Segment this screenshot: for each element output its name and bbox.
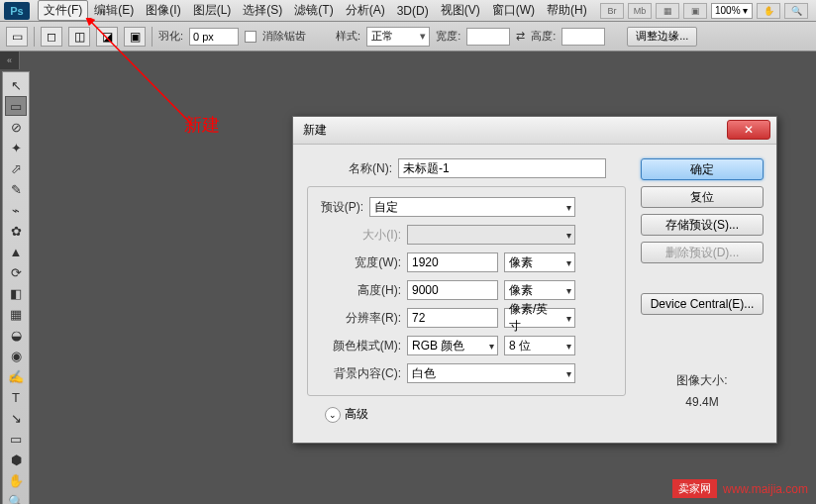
history-tool[interactable]: ⟳: [5, 262, 27, 282]
swap-icon[interactable]: ⇄: [516, 30, 525, 43]
save-preset-button[interactable]: 存储预设(S)...: [641, 214, 764, 236]
opt-height-input[interactable]: [561, 28, 605, 46]
close-button[interactable]: ✕: [727, 120, 770, 140]
imgsize-value: 49.4M: [676, 392, 727, 414]
style-select[interactable]: 正常: [366, 27, 430, 47]
sel-sub-icon[interactable]: ◪: [96, 27, 118, 47]
size-select: [407, 225, 575, 245]
stamp-tool[interactable]: ▲: [5, 242, 27, 261]
res-label: 分辨率(R):: [316, 310, 401, 327]
colormode-label: 颜色模式(M):: [316, 338, 401, 354]
menu-analysis[interactable]: 分析(A): [340, 0, 391, 21]
menu-edit[interactable]: 编辑(E): [88, 0, 140, 21]
reset-button[interactable]: 复位: [641, 186, 764, 208]
zoom-tool[interactable]: 🔍: [5, 491, 27, 504]
marquee-tool[interactable]: ▭: [5, 96, 27, 116]
tool-preset-icon[interactable]: ▭: [6, 27, 28, 47]
sel-int-icon[interactable]: ▣: [124, 27, 146, 47]
path-tool[interactable]: ↘: [5, 408, 27, 428]
advanced-toggle-row[interactable]: ⌄ 高级: [325, 406, 626, 423]
tab-strip: «: [0, 51, 20, 69]
width-input[interactable]: [407, 252, 498, 272]
crop-tool[interactable]: ⬀: [5, 158, 27, 178]
lasso-tool[interactable]: ⊘: [5, 117, 27, 137]
size-label: 大小(I):: [316, 227, 401, 244]
move-tool[interactable]: ↖: [5, 75, 27, 95]
opt-width-input[interactable]: [466, 28, 510, 46]
menu-right-icons: Br Mb ▦ ▣ 100% ▾ ✋ 🔍: [600, 3, 816, 19]
menu-image[interactable]: 图像(I): [140, 0, 186, 21]
preset-fieldset: 预设(P): 自定 大小(I): 宽度(W): 像素 高度(H): 像素: [307, 186, 626, 396]
menu-filter[interactable]: 滤镜(T): [288, 0, 339, 21]
style-label: 样式:: [336, 29, 360, 44]
preset-select[interactable]: 自定: [369, 197, 575, 217]
sel-new-icon[interactable]: ◻: [41, 27, 62, 47]
width-unit-select[interactable]: 像素: [504, 252, 575, 272]
heal-tool[interactable]: ⌁: [5, 200, 27, 220]
height-unit-select[interactable]: 像素: [504, 280, 575, 300]
bg-select[interactable]: 白色: [407, 363, 575, 383]
ok-button[interactable]: 确定: [641, 158, 764, 180]
menu-3d[interactable]: 3D(D): [391, 2, 435, 20]
hand-icon[interactable]: ✋: [757, 3, 780, 19]
res-input[interactable]: [407, 308, 498, 328]
feather-label: 羽化:: [158, 29, 183, 44]
3d-tool[interactable]: ⬢: [5, 450, 27, 469]
annotation-text: 新建: [184, 113, 220, 137]
minibridge-icon[interactable]: Mb: [628, 3, 652, 19]
eraser-tool[interactable]: ◧: [5, 283, 27, 303]
watermark-badge: 卖家网: [672, 479, 717, 498]
name-label: 名称(N):: [307, 160, 392, 177]
antialias-check[interactable]: [245, 31, 256, 43]
colormode-select[interactable]: RGB 颜色: [407, 336, 498, 355]
sel-add-icon[interactable]: ◫: [68, 27, 90, 47]
screen-icon[interactable]: ▣: [683, 3, 707, 19]
res-unit-select[interactable]: 像素/英寸: [504, 308, 575, 328]
menu-help[interactable]: 帮助(H): [541, 0, 593, 21]
delete-preset-button: 删除预设(D)...: [641, 242, 764, 263]
shape-tool[interactable]: ▭: [5, 429, 27, 449]
menu-window[interactable]: 窗口(W): [486, 0, 541, 21]
ps-logo: Ps: [4, 2, 30, 20]
type-tool[interactable]: T: [5, 387, 27, 407]
blur-tool[interactable]: ◒: [5, 325, 27, 345]
device-central-button[interactable]: Device Central(E)...: [641, 293, 764, 315]
imgsize-label: 图像大小:: [676, 370, 727, 392]
watermark: 卖家网 www.maijia.com: [672, 479, 808, 498]
chevron-down-icon[interactable]: ⌄: [325, 407, 341, 423]
gradient-tool[interactable]: ▦: [5, 304, 27, 324]
bitdepth-select[interactable]: 8 位: [504, 336, 575, 355]
height-input[interactable]: [407, 280, 498, 300]
name-input[interactable]: [398, 158, 606, 178]
wand-tool[interactable]: ✦: [5, 138, 27, 157]
menubar: Ps 文件(F) 编辑(E) 图像(I) 图层(L) 选择(S) 滤镜(T) 分…: [0, 0, 816, 22]
preset-label: 预设(P):: [306, 199, 363, 216]
new-dialog: 新建 ✕ 名称(N): 预设(P): 自定 大小(I): 宽度(W):: [292, 116, 777, 444]
options-bar: ▭ ◻ ◫ ◪ ▣ 羽化: 消除锯齿 样式: 正常 宽度: ⇄ 高度: 调整边缘…: [0, 22, 816, 51]
dodge-tool[interactable]: ◉: [5, 346, 27, 365]
grid-icon[interactable]: ▦: [656, 3, 679, 19]
advanced-label: 高级: [345, 406, 368, 423]
antialias-label: 消除锯齿: [262, 29, 306, 44]
refine-edge-button[interactable]: 调整边缘...: [627, 27, 697, 47]
menu-layer[interactable]: 图层(L): [187, 0, 238, 21]
menu-file[interactable]: 文件(F): [38, 0, 88, 21]
eyedropper-tool[interactable]: ✎: [5, 179, 27, 199]
menu-view[interactable]: 视图(V): [435, 0, 486, 21]
zoom-icon[interactable]: 🔍: [784, 3, 808, 19]
feather-input[interactable]: [189, 28, 239, 46]
brush-tool[interactable]: ✿: [5, 221, 27, 241]
bg-label: 背景内容(C):: [316, 365, 401, 382]
hand-tool[interactable]: ✋: [5, 470, 27, 490]
dialog-title-text: 新建: [303, 122, 327, 139]
bridge-icon[interactable]: Br: [600, 3, 624, 19]
pen-tool[interactable]: ✍: [5, 366, 27, 386]
zoom-level[interactable]: 100% ▾: [711, 3, 753, 19]
doc-tab[interactable]: «: [0, 51, 20, 69]
watermark-url: www.maijia.com: [723, 482, 808, 496]
width-label: 宽度(W):: [316, 254, 401, 271]
toolbox: ↖ ▭ ⊘ ✦ ⬀ ✎ ⌁ ✿ ▲ ⟳ ◧ ▦ ◒ ◉ ✍ T ↘ ▭ ⬢ ✋ …: [2, 71, 30, 504]
opt-height-label: 高度:: [531, 29, 556, 44]
dialog-titlebar[interactable]: 新建 ✕: [293, 117, 776, 145]
menu-select[interactable]: 选择(S): [237, 0, 288, 21]
